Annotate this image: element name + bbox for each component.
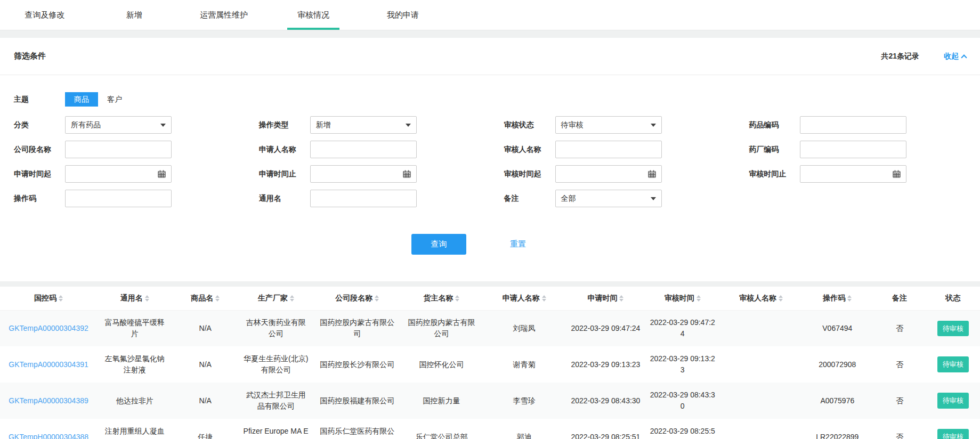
apply-time-from-input-text[interactable] [71,170,158,178]
operation-code-input-text[interactable] [71,194,166,203]
remark-select-value: 全部 [561,194,651,204]
operation-code-input[interactable] [65,190,172,207]
column-header[interactable]: 通用名 [97,287,173,310]
category-select[interactable]: 所有药品 [65,116,172,134]
tab-my-applications-label: 我的申请 [387,10,419,20]
drug-code-input-text[interactable] [806,121,901,129]
tab-add[interactable]: 新增 [90,0,179,30]
table-cell: 左氧氟沙星氯化钠注射液 [97,346,173,383]
drug-code-input[interactable] [800,116,906,134]
column-header[interactable]: 操作码 [801,287,873,310]
applicant-name-input[interactable] [310,141,417,158]
topic-options: 商品客户 [65,92,131,107]
column-header[interactable]: 国控码 [0,287,97,310]
dropdown-arrow-icon [160,124,166,127]
company-segment-input-text[interactable] [71,145,166,154]
topic-customer-button[interactable]: 客户 [98,92,131,107]
column-header-inner: 商品名 [191,294,220,303]
column-header-inner: 操作码 [823,294,852,303]
column-header[interactable]: 货主名称 [401,287,482,310]
column-header[interactable]: 审核时间 [645,287,720,310]
sort-icon [455,295,459,302]
audit-time-from-input-label: 审核时间起 [504,169,555,179]
tab-my-applications[interactable]: 我的申请 [358,0,448,30]
column-header-label: 生产厂家 [258,294,288,303]
operation-type-select[interactable]: 新增 [310,116,417,134]
factory-code-input-text[interactable] [806,145,901,154]
column-header[interactable]: 商品名 [173,287,238,310]
apply-time-to-input-text[interactable] [316,170,403,178]
generic-name-input[interactable] [310,190,417,207]
table-cell: 2022-03-29 08:25:51 [566,419,645,439]
tab-operation-attr[interactable]: 运营属性维护 [179,0,269,30]
filter-form-row: 操作码通用名备注全部 [0,190,980,207]
table-cell: 华夏生生药业(北京)有限公司 [238,346,314,383]
sort-icon [59,295,63,302]
auditor-name-input-text[interactable] [561,145,656,154]
generic-name-input-text[interactable] [316,194,411,203]
table-cell: LR22022899 [801,419,873,439]
column-header: 状态 [926,287,980,310]
table-row: GKTempH00000304388注射用重组人凝血因子任捷Pfizer Eur… [0,419,980,439]
audit-time-to-input[interactable] [800,165,906,183]
column-header-inner: 货主名称 [423,294,459,303]
reset-link[interactable]: 重置 [510,239,526,249]
audit-time-from-input[interactable] [555,165,662,183]
column-header-inner: 审核时间 [665,294,701,303]
column-header[interactable]: 审核人名称 [720,287,802,310]
filter-form: 分类所有药品操作类型新增审核状态待审核药品编码公司段名称申请人名称审核人名称药厂… [0,116,980,207]
column-header[interactable]: 申请人名称 [482,287,566,310]
column-header-inner: 审核人名称 [739,294,783,303]
applicant-name-input-text[interactable] [316,145,411,154]
table-cell: 注射用重组人凝血因子 [97,419,173,439]
column-header[interactable]: 生产厂家 [238,287,314,310]
table-cell: 李雪珍 [482,383,566,419]
filter-title: 筛选条件 [14,51,46,61]
auditor-name-input-label: 审核人名称 [504,145,555,155]
factory-code-input[interactable] [800,141,906,158]
table-cell: 2022-03-29 08:25:51 [645,419,720,439]
column-header-label: 审核人名称 [739,294,776,303]
dropdown-arrow-icon [406,124,411,127]
tab-query-modify[interactable]: 查询及修改 [0,0,90,30]
table-cell: 200072908 [801,346,873,383]
table-cell: A0075976 [801,383,873,419]
filter-form-cell: 备注全部 [490,190,735,207]
table-cell: 国药乐仁堂医药有限公司 [313,419,401,439]
remark-select[interactable]: 全部 [555,190,662,207]
column-header[interactable]: 公司段名称 [313,287,401,310]
filter-form-cell: 操作类型新增 [245,116,490,134]
table-cell: 乐仁堂公司总部 [401,419,482,439]
audit-time-from-input-text[interactable] [561,170,648,178]
operation-type-select-value: 新增 [316,120,406,130]
collapse-toggle[interactable]: 收起 [944,52,966,61]
table-cell: 2022-03-29 09:47:24 [566,310,645,346]
sort-icon [215,295,220,302]
apply-time-to-input[interactable] [310,165,417,183]
column-header-label: 货主名称 [423,294,453,303]
auditor-name-input[interactable] [555,141,662,158]
tab-audit-status[interactable]: 审核情况 [269,0,358,30]
table-cell: 待审核 [926,383,980,419]
table-cell: 任捷 [173,419,238,439]
column-header-label: 通用名 [120,294,143,303]
audit-time-to-input-text[interactable] [806,170,893,178]
audit-status-select[interactable]: 待审核 [555,116,662,134]
national-code-link[interactable]: GKTempA00000304389 [0,383,97,419]
column-header[interactable]: 申请时间 [566,287,645,310]
national-code-link[interactable]: GKTempH00000304388 [0,419,97,439]
filter-form-cell: 通用名 [245,190,490,207]
company-segment-input[interactable] [65,141,172,158]
apply-time-from-input-label: 申请时间起 [14,169,65,179]
table-cell: 武汉杰士邦卫生用品有限公司 [238,383,314,419]
table-cell: 待审核 [926,419,980,439]
audit-status-select-label: 审核状态 [504,120,555,130]
national-code-link[interactable]: GKTempA00000304391 [0,346,97,383]
table-cell: 国药控股内蒙古有限公司 [401,310,482,346]
table-cell: 吉林天衡药业有限公司 [238,310,314,346]
table-cell [720,383,802,419]
search-button[interactable]: 查询 [411,234,466,255]
topic-commodity-button[interactable]: 商品 [65,92,98,107]
national-code-link[interactable]: GKTempA00000304392 [0,310,97,346]
apply-time-from-input[interactable] [65,165,172,183]
